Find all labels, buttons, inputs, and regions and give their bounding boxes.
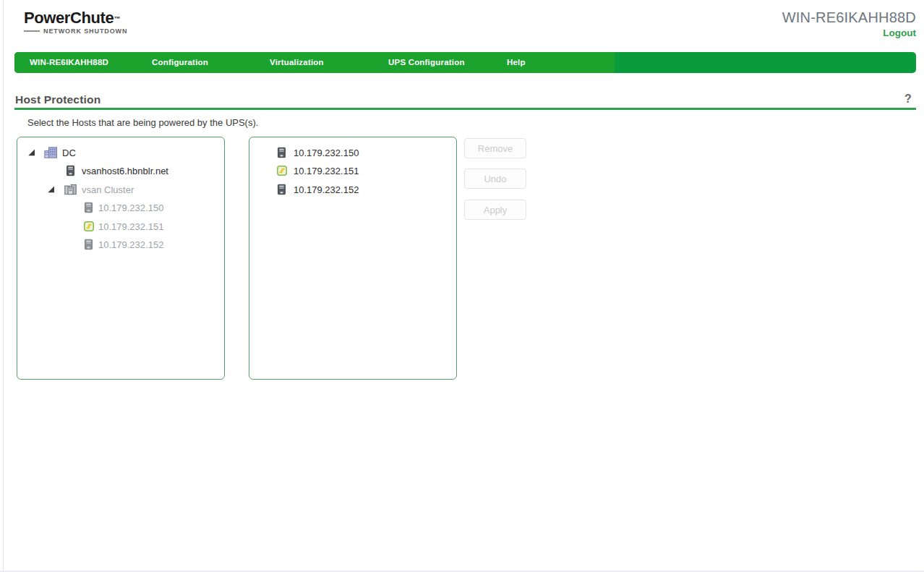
- logo-title-text: PowerChute: [24, 9, 114, 27]
- host-icon: [278, 147, 286, 158]
- protected-host-row[interactable]: 10.179.232.152: [249, 180, 456, 199]
- protected-host-label: 10.179.232.151: [294, 166, 359, 176]
- tree-node-label: vsanhost6.hbnblr.net: [82, 166, 168, 176]
- host-icon: [85, 202, 93, 213]
- page-root: PowerChute™ NETWORK SHUTDOWN WIN-RE6IKAH…: [0, 0, 924, 572]
- protected-host-label: 10.179.232.150: [294, 147, 359, 158]
- nav-item-configuration[interactable]: Configuration: [152, 52, 208, 73]
- cluster-icon: [64, 184, 77, 195]
- page-left-edge: [3, 0, 4, 572]
- logout-link[interactable]: Logout: [883, 27, 916, 38]
- tree-node-label: vsan Cluster: [82, 184, 134, 195]
- tree-node-label: 10.179.232.150: [98, 202, 163, 213]
- logo-subtitle-row: NETWORK SHUTDOWN: [24, 27, 127, 35]
- instruction-text: Select the Hosts that are being powered …: [27, 117, 258, 128]
- tree-node-dc[interactable]: DC: [17, 143, 224, 162]
- vm-icon: [84, 221, 94, 231]
- remove-button[interactable]: Remove: [464, 138, 526, 158]
- logo-title: PowerChute™: [24, 9, 127, 27]
- host-tree-panel[interactable]: DC vsanhost6.hbnblr.net vsan Cluster 10.…: [17, 137, 225, 380]
- vm-icon: [277, 166, 287, 176]
- host-icon: [278, 184, 286, 195]
- apply-button[interactable]: Apply: [464, 200, 526, 220]
- logo-trademark: ™: [114, 15, 120, 22]
- protected-host-label: 10.179.232.152: [294, 184, 359, 195]
- tree-node-vm[interactable]: 10.179.232.151: [17, 217, 224, 236]
- tree-node-label: DC: [62, 147, 76, 158]
- page-title: Host Protection: [15, 93, 100, 106]
- tree-node-cluster[interactable]: vsan Cluster: [17, 180, 224, 199]
- caret-expanded-icon[interactable]: [48, 186, 54, 192]
- logo-subtitle: NETWORK SHUTDOWN: [43, 27, 127, 35]
- nav-item-help[interactable]: Help: [507, 52, 526, 73]
- title-underline: [14, 108, 916, 110]
- powerchute-logo: PowerChute™ NETWORK SHUTDOWN: [24, 9, 127, 35]
- tree-node-label: 10.179.232.151: [98, 221, 163, 231]
- undo-button[interactable]: Undo: [464, 168, 526, 189]
- server-name: WIN-RE6IKAHH88D: [782, 9, 916, 26]
- account-area: WIN-RE6IKAHH88D Logout: [782, 9, 916, 39]
- host-icon: [85, 239, 93, 250]
- tree-node-host[interactable]: 10.179.232.152: [17, 236, 224, 255]
- nav-item-ups-configuration[interactable]: UPS Configuration: [388, 52, 465, 73]
- host-icon: [67, 166, 74, 176]
- tree-node-label: 10.179.232.152: [98, 239, 163, 250]
- nav-item-hostname[interactable]: WIN-RE6IKAHH88D: [30, 52, 108, 73]
- tree-node-host[interactable]: 10.179.232.150: [17, 199, 224, 218]
- main-nav: WIN-RE6IKAHH88D Configuration Virtualiza…: [14, 52, 916, 73]
- datacenter-icon: [44, 147, 58, 158]
- protected-hosts-panel[interactable]: 10.179.232.150 10.179.232.151 10.179.232…: [249, 137, 457, 380]
- caret-expanded-icon[interactable]: [28, 149, 35, 155]
- logo-dash: [24, 30, 40, 32]
- nav-item-virtualization[interactable]: Virtualization: [270, 52, 324, 73]
- help-icon[interactable]: ?: [904, 93, 912, 106]
- protected-host-row[interactable]: 10.179.232.150: [249, 143, 456, 162]
- protected-host-row[interactable]: 10.179.232.151: [249, 162, 456, 181]
- tree-node-host[interactable]: vsanhost6.hbnblr.net: [17, 162, 224, 181]
